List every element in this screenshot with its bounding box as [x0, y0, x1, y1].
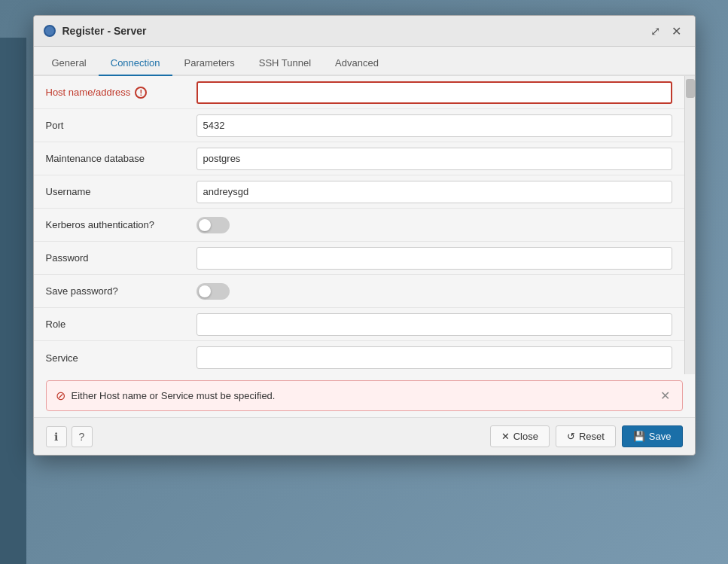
- save-button-label: Save: [649, 431, 672, 442]
- port-input[interactable]: [196, 114, 672, 137]
- dialog-close-button[interactable]: ✕: [668, 22, 686, 40]
- reset-icon: ↺: [567, 431, 575, 442]
- port-row: Port: [34, 109, 684, 142]
- kerberos-label: Kerberos authentication?: [46, 219, 196, 230]
- close-button-label: Close: [513, 431, 538, 442]
- host-input[interactable]: [196, 81, 672, 104]
- info-icon: ℹ: [54, 431, 58, 443]
- footer-left-buttons: ℹ ?: [46, 426, 93, 447]
- save-password-label: Save password?: [46, 285, 196, 297]
- save-icon: 💾: [633, 431, 645, 442]
- info-button[interactable]: ℹ: [46, 426, 67, 447]
- form-content: Host name/address ! Port Maintenance d: [34, 76, 684, 374]
- reset-button[interactable]: ↺ Reset: [556, 425, 616, 447]
- port-label: Port: [46, 120, 196, 131]
- username-input[interactable]: [196, 181, 672, 203]
- host-error-icon: !: [135, 87, 147, 99]
- maintenance-db-input[interactable]: [196, 148, 672, 170]
- service-label: Service: [46, 352, 196, 364]
- dialog-icon: [43, 24, 56, 38]
- username-row: Username: [34, 175, 684, 209]
- scrollbar[interactable]: [684, 76, 695, 374]
- save-password-row: Save password?: [34, 275, 684, 308]
- role-row: Role: [34, 308, 684, 341]
- dialog-title: Register - Server: [62, 25, 644, 37]
- scroll-container: Host name/address ! Port Maintenance d: [34, 76, 695, 374]
- tab-general[interactable]: General: [40, 51, 99, 76]
- host-label-text: Host name/address: [46, 87, 131, 98]
- reset-button-label: Reset: [579, 431, 605, 442]
- modal-overlay: Register - Server ⤢ ✕ General Connection…: [0, 0, 728, 564]
- maintenance-db-row: Maintenance database: [34, 142, 684, 175]
- save-button[interactable]: 💾 Save: [622, 425, 683, 447]
- footer-right-buttons: ✕ Close ↺ Reset 💾 Save: [490, 425, 683, 447]
- password-label: Password: [46, 252, 196, 264]
- register-server-dialog: Register - Server ⤢ ✕ General Connection…: [33, 15, 696, 456]
- role-label: Role: [46, 319, 196, 330]
- modal-content: Host name/address ! Port Maintenance d: [34, 76, 695, 417]
- close-button[interactable]: ✕ Close: [490, 425, 550, 447]
- help-button[interactable]: ?: [72, 426, 93, 447]
- username-label: Username: [46, 186, 196, 197]
- expand-button[interactable]: ⤢: [647, 22, 665, 40]
- service-row: Service: [34, 341, 684, 374]
- host-label-wrapper: Host name/address !: [46, 87, 187, 99]
- kerberos-row: Kerberos authentication?: [34, 209, 684, 242]
- kerberos-toggle[interactable]: [196, 217, 230, 233]
- maintenance-db-label: Maintenance database: [46, 153, 196, 164]
- host-row: Host name/address !: [34, 76, 684, 109]
- save-password-toggle-track: [196, 283, 230, 300]
- host-label: Host name/address !: [46, 87, 196, 99]
- tab-advanced[interactable]: Advanced: [323, 51, 391, 76]
- error-banner-close-button[interactable]: ✕: [657, 390, 673, 402]
- error-banner-icon: ⊘: [56, 389, 65, 403]
- question-icon: ?: [79, 431, 85, 443]
- save-password-toggle-thumb: [199, 285, 211, 297]
- tab-ssh-tunnel[interactable]: SSH Tunnel: [247, 51, 323, 76]
- error-banner: ⊘ Either Host name or Service must be sp…: [46, 380, 683, 411]
- database-icon: [44, 25, 56, 37]
- kerberos-toggle-thumb: [199, 219, 211, 231]
- tab-bar: General Connection Parameters SSH Tunnel…: [34, 47, 695, 76]
- tab-parameters[interactable]: Parameters: [172, 51, 247, 76]
- error-banner-message: Either Host name or Service must be spec…: [72, 390, 651, 401]
- save-password-toggle[interactable]: [196, 283, 230, 300]
- scrollbar-thumb[interactable]: [686, 79, 695, 98]
- modal-titlebar: Register - Server ⤢ ✕: [34, 16, 695, 47]
- tab-connection[interactable]: Connection: [99, 51, 172, 76]
- modal-footer: ℹ ? ✕ Close ↺ Reset 💾 Save: [34, 417, 695, 455]
- role-input[interactable]: [196, 313, 672, 336]
- service-input[interactable]: [196, 346, 672, 369]
- password-input[interactable]: [196, 247, 672, 270]
- kerberos-toggle-track: [196, 217, 230, 233]
- close-x-icon: ✕: [501, 431, 510, 442]
- password-row: Password: [34, 242, 684, 275]
